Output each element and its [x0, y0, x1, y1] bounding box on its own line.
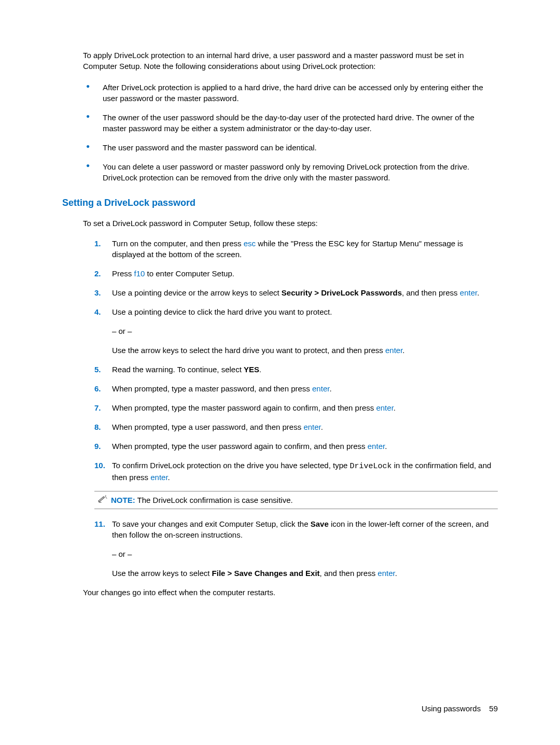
step-text: Use the arrow keys to select the hard dr…	[112, 346, 385, 355]
closing-paragraph: Your changes go into effect when the com…	[83, 587, 498, 598]
step-text: .	[395, 569, 397, 578]
steps-list: Turn on the computer, and then press esc…	[94, 238, 498, 483]
step-text: To confirm DriveLock protection on the d…	[112, 461, 350, 470]
step-text: When prompted, type the user password ag…	[112, 442, 368, 451]
list-item: The owner of the user password should be…	[83, 112, 498, 134]
step-text: Turn on the computer, and then press	[112, 239, 244, 248]
page-number: 59	[489, 704, 498, 713]
key-enter: enter	[150, 473, 167, 482]
step-item: Press f10 to enter Computer Setup.	[94, 268, 498, 279]
or-text: – or –	[112, 549, 498, 559]
bold-text: YES	[244, 365, 259, 374]
step-text: .	[394, 403, 396, 412]
step-text: When prompted, type the master password …	[112, 403, 376, 412]
list-item: The user password and the master passwor…	[83, 142, 498, 153]
section-heading: Setting a DriveLock password	[62, 196, 498, 209]
step-item: Use a pointing device to click the hard …	[94, 306, 498, 356]
step-text: When prompted, type a user password, and…	[112, 423, 303, 431]
step-text: To save your changes and exit Computer S…	[112, 519, 311, 528]
menu-path: Security > DriveLock Passwords	[282, 288, 402, 297]
step-text: .	[321, 423, 323, 431]
note-box: NOTE: The DriveLock confirmation is case…	[94, 491, 498, 509]
intro-paragraph: To apply DriveLock protection to an inte…	[83, 50, 498, 72]
step-item: Turn on the computer, and then press esc…	[94, 238, 498, 260]
step-text: .	[385, 442, 387, 451]
key-enter: enter	[312, 384, 329, 393]
step-text: Use the arrow keys to select	[112, 569, 212, 578]
step-text: , and then press	[320, 569, 378, 578]
step-item: To confirm DriveLock protection on the d…	[94, 460, 498, 483]
step-item: To save your changes and exit Computer S…	[94, 518, 498, 579]
steps-list-cont: To save your changes and exit Computer S…	[94, 518, 498, 579]
svg-line-3	[106, 498, 107, 499]
svg-line-1	[105, 496, 106, 497]
step-text: to enter Computer Setup.	[145, 269, 234, 278]
section-intro: To set a DriveLock password in Computer …	[83, 218, 498, 229]
step-item: Use a pointing device or the arrow keys …	[94, 287, 498, 298]
step-text: Use a pointing device or the arrow keys …	[112, 288, 282, 297]
note-label: NOTE:	[111, 496, 135, 504]
key-enter: enter	[368, 442, 385, 451]
step-text: Use the arrow keys to select File > Save…	[112, 568, 498, 579]
bold-text: Save	[311, 519, 329, 528]
step-text: .	[259, 365, 261, 374]
step-item: When prompted, type the user password ag…	[94, 441, 498, 452]
step-text: Read the warning. To continue, select	[112, 365, 244, 374]
key-enter: enter	[377, 569, 395, 578]
footer-section: Using passwords	[422, 704, 481, 713]
step-item: Read the warning. To continue, select YE…	[94, 364, 498, 375]
key-f10: f10	[134, 269, 145, 278]
svg-line-2	[105, 496, 106, 496]
step-text: .	[329, 384, 331, 393]
page-footer: Using passwords 59	[422, 703, 498, 714]
step-item: When prompted, type a master password, a…	[94, 383, 498, 394]
considerations-list: After DriveLock protection is applied to…	[83, 82, 498, 183]
key-enter: enter	[376, 403, 393, 412]
note-icon	[97, 495, 108, 504]
note-content: NOTE: The DriveLock confirmation is case…	[111, 495, 293, 505]
key-enter: enter	[385, 346, 402, 355]
step-text: .	[402, 346, 404, 355]
list-item: You can delete a user password or master…	[83, 161, 498, 183]
key-esc: esc	[244, 239, 256, 248]
step-text: , and then press	[402, 288, 460, 297]
step-text: .	[477, 288, 479, 297]
step-text: When prompted, type a master password, a…	[112, 384, 312, 393]
note-text: The DriveLock confirmation is case sensi…	[137, 496, 293, 504]
or-text: – or –	[112, 326, 498, 336]
step-item: When prompted, type the master password …	[94, 402, 498, 413]
menu-path: File > Save Changes and Exit	[212, 569, 320, 578]
step-text: Press	[112, 269, 134, 278]
step-text: Use the arrow keys to select the hard dr…	[112, 345, 498, 356]
step-item: When prompted, type a user password, and…	[94, 421, 498, 432]
list-item: After DriveLock protection is applied to…	[83, 82, 498, 104]
key-enter: enter	[460, 288, 477, 297]
key-enter: enter	[303, 423, 320, 431]
step-text: Use a pointing device to click the hard …	[112, 307, 332, 316]
mono-text: DriveLock	[350, 462, 392, 471]
step-text: .	[168, 473, 170, 482]
